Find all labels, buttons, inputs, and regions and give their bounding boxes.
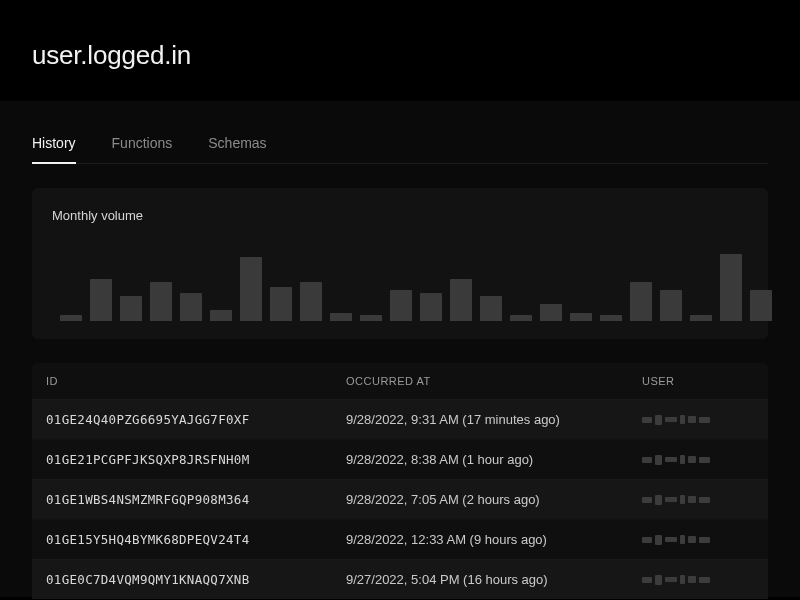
chart-bar [300, 282, 322, 321]
cell-user-redacted [642, 495, 754, 505]
chart-bar [450, 279, 472, 321]
events-table: ID OCCURRED AT USER 01GE24Q40PZG6695YAJG… [32, 363, 768, 599]
monthly-volume-chart [52, 251, 748, 321]
cell-occurred-at: 9/28/2022, 12:33 AM (9 hours ago) [346, 532, 642, 547]
cell-user-redacted [642, 455, 754, 465]
table-row[interactable]: 01GE24Q40PZG6695YAJGG7F0XF9/28/2022, 9:3… [32, 399, 768, 439]
chart-bar [150, 282, 172, 321]
tab-functions[interactable]: Functions [112, 135, 173, 163]
chart-bar [720, 254, 742, 321]
chart-bar [690, 315, 712, 321]
cell-id: 01GE1WBS4NSMZMRFGQP908M364 [46, 492, 346, 507]
table-body: 01GE24Q40PZG6695YAJGG7F0XF9/28/2022, 9:3… [32, 399, 768, 599]
tabs: History Functions Schemas [32, 135, 768, 164]
chart-bar [90, 279, 112, 321]
cell-occurred-at: 9/28/2022, 9:31 AM (17 minutes ago) [346, 412, 642, 427]
chart-bar [540, 304, 562, 321]
chart-bar [570, 313, 592, 321]
col-occurred-at: OCCURRED AT [346, 375, 642, 387]
chart-bar [330, 313, 352, 321]
header: user.logged.in [0, 0, 800, 101]
chart-bar [180, 293, 202, 321]
cell-user-redacted [642, 535, 754, 545]
cell-occurred-at: 9/27/2022, 5:04 PM (16 hours ago) [346, 572, 642, 587]
chart-bar [600, 315, 622, 321]
table-row[interactable]: 01GE15Y5HQ4BYMK68DPEQV24T49/28/2022, 12:… [32, 519, 768, 559]
chart-bar [270, 287, 292, 321]
monthly-volume-panel: Monthly volume [32, 188, 768, 339]
col-id: ID [46, 375, 346, 387]
cell-user-redacted [642, 415, 754, 425]
col-user: USER [642, 375, 754, 387]
cell-id: 01GE24Q40PZG6695YAJGG7F0XF [46, 412, 346, 427]
cell-id: 01GE0C7D4VQM9QMY1KNAQQ7XNB [46, 572, 346, 587]
chart-bar [660, 290, 682, 321]
cell-id: 01GE15Y5HQ4BYMK68DPEQV24T4 [46, 532, 346, 547]
cell-occurred-at: 9/28/2022, 8:38 AM (1 hour ago) [346, 452, 642, 467]
monthly-volume-title: Monthly volume [52, 208, 748, 223]
chart-bar [60, 315, 82, 321]
table-header: ID OCCURRED AT USER [32, 363, 768, 399]
table-row[interactable]: 01GE1WBS4NSMZMRFGQP908M3649/28/2022, 7:0… [32, 479, 768, 519]
chart-bar [390, 290, 412, 321]
tab-schemas[interactable]: Schemas [208, 135, 266, 163]
chart-bar [420, 293, 442, 321]
chart-bar [360, 315, 382, 321]
cell-id: 01GE21PCGPFJKSQXP8JRSFNH0M [46, 452, 346, 467]
chart-bar [480, 296, 502, 321]
cell-occurred-at: 9/28/2022, 7:05 AM (2 hours ago) [346, 492, 642, 507]
chart-bar [630, 282, 652, 321]
tab-history[interactable]: History [32, 135, 76, 163]
chart-bar [120, 296, 142, 321]
table-row[interactable]: 01GE21PCGPFJKSQXP8JRSFNH0M9/28/2022, 8:3… [32, 439, 768, 479]
page-title: user.logged.in [32, 40, 768, 71]
chart-bar [510, 315, 532, 321]
body: History Functions Schemas Monthly volume… [0, 101, 800, 597]
cell-user-redacted [642, 575, 754, 585]
chart-bar [240, 257, 262, 321]
table-row[interactable]: 01GE0C7D4VQM9QMY1KNAQQ7XNB9/27/2022, 5:0… [32, 559, 768, 599]
chart-bar [750, 290, 772, 321]
chart-bar [210, 310, 232, 321]
